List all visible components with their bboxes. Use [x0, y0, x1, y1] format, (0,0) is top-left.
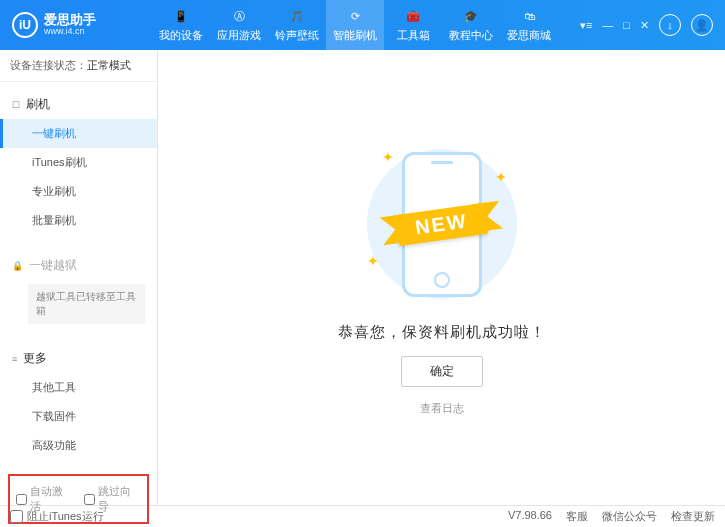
apps-icon: Ⓐ: [230, 7, 248, 25]
nav-apps[interactable]: Ⓐ 应用游戏: [210, 0, 268, 50]
sidebar-batch-flash[interactable]: 批量刷机: [0, 206, 157, 235]
version-label: V7.98.66: [508, 509, 552, 524]
sidebar-pro-flash[interactable]: 专业刷机: [0, 177, 157, 206]
menu-icon[interactable]: ▾≡: [580, 19, 592, 32]
sidebar-itunes-flash[interactable]: iTunes刷机: [0, 148, 157, 177]
main-content: NEW ✦ ✦ ✦ 恭喜您，保资料刷机成功啦！ 确定 查看日志: [158, 50, 725, 505]
sidebar-advanced[interactable]: 高级功能: [0, 431, 157, 460]
success-message: 恭喜您，保资料刷机成功啦！: [338, 323, 546, 342]
title-bar: iU 爱思助手 www.i4.cn 📱 我的设备 Ⓐ 应用游戏 🎵 铃声壁纸 ⟳…: [0, 0, 725, 50]
sidebar-download-firmware[interactable]: 下载固件: [0, 402, 157, 431]
top-nav: 📱 我的设备 Ⓐ 应用游戏 🎵 铃声壁纸 ⟳ 智能刷机 🧰 工具箱 🎓 教程中心…: [152, 0, 580, 50]
nav-tutorial[interactable]: 🎓 教程中心: [442, 0, 500, 50]
nav-ringtone[interactable]: 🎵 铃声壁纸: [268, 0, 326, 50]
user-button[interactable]: 👤: [691, 14, 713, 36]
success-illustration: NEW ✦ ✦ ✦: [342, 139, 542, 309]
sidebar-more-header[interactable]: ≡ 更多: [0, 344, 157, 373]
lock-icon: 🔒: [12, 261, 23, 271]
nav-my-device[interactable]: 📱 我的设备: [152, 0, 210, 50]
connection-status: 设备连接状态：正常模式: [0, 50, 157, 82]
device-icon: 📱: [172, 7, 190, 25]
store-icon: 🛍: [520, 7, 538, 25]
flash-icon: ⟳: [346, 7, 364, 25]
nav-flash[interactable]: ⟳ 智能刷机: [326, 0, 384, 50]
toolbox-icon: 🧰: [404, 7, 422, 25]
footer-wechat[interactable]: 微信公众号: [602, 509, 657, 524]
more-icon: ≡: [12, 354, 17, 364]
nav-toolbox[interactable]: 🧰 工具箱: [384, 0, 442, 50]
sidebar-oneclick-flash[interactable]: 一键刷机: [0, 119, 157, 148]
app-logo: iU 爱思助手 www.i4.cn: [12, 12, 152, 38]
logo-icon: iU: [12, 12, 38, 38]
sidebar: 设备连接状态：正常模式 ☐ 刷机 一键刷机 iTunes刷机 专业刷机 批量刷机…: [0, 50, 158, 505]
download-button[interactable]: ↓: [659, 14, 681, 36]
window-controls: ▾≡ — □ ✕ ↓ 👤: [580, 14, 713, 36]
sidebar-other-tools[interactable]: 其他工具: [0, 373, 157, 402]
app-title: 爱思助手: [44, 13, 96, 27]
tutorial-icon: 🎓: [462, 7, 480, 25]
sidebar-flash-header[interactable]: ☐ 刷机: [0, 90, 157, 119]
sidebar-jailbreak-header: 🔒 一键越狱: [0, 251, 157, 280]
ringtone-icon: 🎵: [288, 7, 306, 25]
jailbreak-note: 越狱工具已转移至工具箱: [28, 284, 145, 324]
confirm-button[interactable]: 确定: [401, 356, 483, 387]
app-subtitle: www.i4.cn: [44, 27, 96, 37]
maximize-button[interactable]: □: [623, 19, 630, 31]
open-icon: ☐: [12, 100, 20, 110]
nav-store[interactable]: 🛍 爱思商城: [500, 0, 558, 50]
view-log-link[interactable]: 查看日志: [420, 401, 464, 416]
footer-support[interactable]: 客服: [566, 509, 588, 524]
minimize-button[interactable]: —: [602, 19, 613, 31]
close-button[interactable]: ✕: [640, 19, 649, 32]
footer-update[interactable]: 检查更新: [671, 509, 715, 524]
block-itunes-checkbox[interactable]: 阻止iTunes运行: [10, 509, 104, 524]
